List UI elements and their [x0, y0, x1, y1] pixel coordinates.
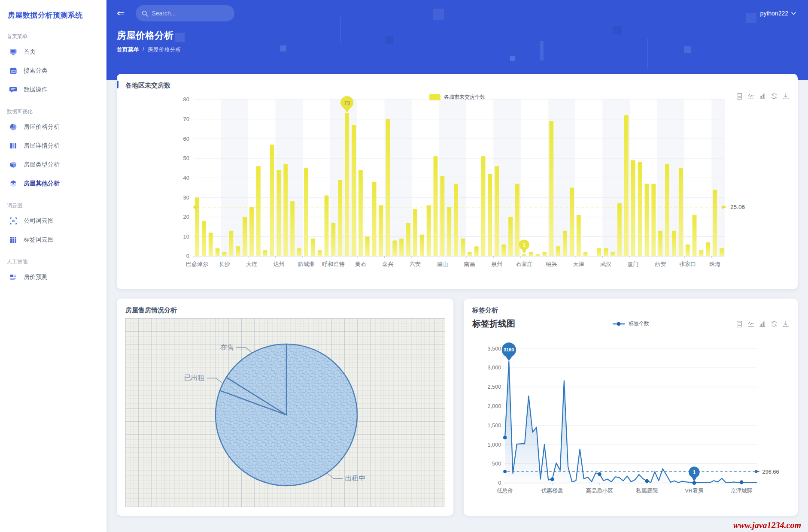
svg-text:天津: 天津 [573, 261, 584, 267]
svg-text:500: 500 [492, 460, 501, 467]
sidebar: 房屋数据分析预测系统 首页菜单首页搜索分类数据操作数据可视化房屋价格分析房屋详情… [0, 0, 106, 532]
sidebar-item-grid[interactable]: 标签词云图 [3, 231, 104, 249]
search-box[interactable] [136, 5, 234, 21]
sidebar-item-label: 房屋详情分析 [24, 142, 60, 150]
pie-chart[interactable]: 出租中已出租在售 [125, 318, 445, 507]
breadcrumb-root[interactable]: 首页菜单 [117, 46, 139, 54]
pie-icon [9, 123, 17, 131]
line-chart-legend[interactable]: 标签个数 [612, 320, 649, 327]
svg-text:六安: 六安 [410, 261, 421, 267]
page-head: 房屋价格分析 首页菜单 / 房屋价格分析 [106, 27, 808, 54]
sidebar-item-layers[interactable]: 房屋其他分析 [3, 175, 104, 193]
sidebar-section-label: 词云图 [0, 193, 106, 211]
layers-icon [9, 180, 17, 187]
toolbox-dataview-icon[interactable] [736, 93, 743, 100]
app-title: 房屋数据分析预测系统 [0, 0, 106, 24]
sidebar-item-predict[interactable]: 房价预测 [3, 268, 104, 286]
sidebar-item-label: 首页 [24, 48, 36, 56]
search-input[interactable] [152, 10, 220, 17]
svg-text:珠海: 珠海 [709, 261, 720, 267]
calendar-icon [9, 67, 17, 75]
username: python222 [760, 10, 788, 17]
watermark: www.java1234.com [733, 520, 801, 530]
legend-label: 各城市未交房个数 [444, 94, 485, 101]
sidebar-item-label: 搜索分类 [24, 67, 48, 75]
line-chart-card: 标签分析 标签折线图 标签个数 05001,0001,5002,0002,500… [464, 299, 798, 516]
bar-chart[interactable]: 01020304050607080巴彦淖尔长沙大连达州防城港呼和浩特黄石嘉兴六安… [120, 91, 794, 287]
sidebar-item-pie[interactable]: 房屋价格分析 [3, 118, 104, 136]
svg-text:南昌: 南昌 [464, 261, 475, 267]
box-icon [9, 161, 17, 169]
menu-collapse-icon[interactable]: ⇐ [115, 7, 126, 20]
svg-text:10: 10 [183, 233, 189, 240]
toolbox-save-image-icon[interactable] [782, 320, 789, 327]
pie-chart-card: 房屋售房情况分析 出租中已出租在售 [117, 299, 453, 516]
legend-line-glyph [612, 322, 625, 326]
breadcrumb-separator: / [143, 46, 144, 54]
chart-toolbox [736, 320, 789, 327]
svg-text:出租中: 出租中 [345, 475, 365, 482]
line-chart-head: 标签折线图 标签个数 [464, 314, 798, 329]
svg-text:80: 80 [183, 97, 189, 103]
svg-text:高品质小区: 高品质小区 [586, 487, 614, 494]
sidebar-item-label: 标签词云图 [24, 236, 54, 244]
svg-text:达州: 达州 [273, 261, 284, 267]
sidebar-item-crop[interactable]: 公司词云图 [3, 212, 104, 230]
toolbox-dataview-icon[interactable] [736, 320, 743, 327]
svg-text:长沙: 长沙 [219, 261, 230, 267]
sidebar-item-label: 房屋类型分析 [24, 161, 60, 169]
svg-text:低总价: 低总价 [496, 487, 513, 494]
svg-text:西安: 西安 [655, 261, 666, 267]
svg-text:1: 1 [522, 242, 526, 248]
svg-text:嘉兴: 嘉兴 [382, 261, 393, 267]
pie-panel-title: 房屋售房情况分析 [117, 299, 453, 314]
svg-text:泉州: 泉州 [491, 261, 502, 267]
line-panel-title: 标签分析 [464, 299, 798, 314]
sidebar-item-box[interactable]: 房屋类型分析 [3, 156, 104, 174]
dashboard-icon [9, 48, 17, 56]
svg-text:50: 50 [183, 155, 189, 161]
svg-text:黄石: 黄石 [355, 261, 366, 267]
toolbox-bar-type-icon[interactable] [759, 320, 766, 327]
svg-text:70: 70 [183, 116, 189, 122]
user-menu[interactable]: python222 [760, 10, 796, 17]
sidebar-section-label: 人工智能 [0, 250, 106, 267]
toolbox-bar-type-icon[interactable] [759, 93, 766, 100]
toolbox-restore-icon[interactable] [771, 93, 778, 100]
crop-icon [9, 217, 17, 225]
svg-text:1: 1 [693, 469, 696, 475]
sidebar-item-calendar[interactable]: 搜索分类 [3, 62, 104, 80]
svg-text:优惠楼盘: 优惠楼盘 [541, 487, 563, 494]
breadcrumb-current: 房屋价格分析 [148, 46, 181, 54]
sidebar-item-label: 房屋价格分析 [24, 123, 60, 131]
toolbox-line-type-icon[interactable] [747, 93, 754, 100]
svg-text:呼和浩特: 呼和浩特 [322, 261, 344, 267]
svg-text:巴彦淖尔: 巴彦淖尔 [186, 261, 208, 267]
legend-label: 标签个数 [629, 320, 649, 327]
page-title: 房屋价格分析 [117, 29, 798, 42]
svg-text:1,000: 1,000 [487, 441, 501, 447]
sidebar-nav: 首页菜单首页搜索分类数据操作数据可视化房屋价格分析房屋详情分析房屋类型分析房屋其… [0, 24, 106, 286]
svg-text:20: 20 [183, 214, 189, 220]
topbar: ⇐ python222 [106, 0, 808, 27]
chart-toolbox [736, 93, 789, 100]
sidebar-item-columns[interactable]: 房屋详情分析 [3, 137, 104, 155]
line-chart[interactable]: 05001,0001,5002,0002,5003,0003,500低总价优惠楼… [467, 340, 795, 512]
toolbox-save-image-icon[interactable] [782, 93, 789, 100]
svg-text:0: 0 [186, 253, 189, 260]
svg-text:VR看房: VR看房 [685, 487, 703, 494]
toolbox-restore-icon[interactable] [771, 320, 778, 327]
sidebar-item-dashboard[interactable]: 首页 [3, 43, 104, 61]
svg-text:私属庭院: 私属庭院 [635, 487, 658, 494]
toolbox-line-type-icon[interactable] [747, 320, 754, 327]
svg-text:25.06: 25.06 [730, 204, 745, 210]
breadcrumb: 首页菜单 / 房屋价格分析 [117, 46, 798, 54]
sidebar-item-message[interactable]: 数据操作 [3, 81, 104, 99]
legend-swatch-yellow [429, 94, 440, 100]
bar-chart-legend[interactable]: 各城市未交房个数 [429, 94, 485, 101]
svg-text:73: 73 [344, 100, 350, 106]
sidebar-section-label: 首页菜单 [0, 24, 106, 42]
sidebar-item-label: 房屋其他分析 [24, 180, 60, 187]
svg-text:厦门: 厦门 [628, 261, 639, 267]
svg-text:已出租: 已出租 [184, 374, 205, 381]
